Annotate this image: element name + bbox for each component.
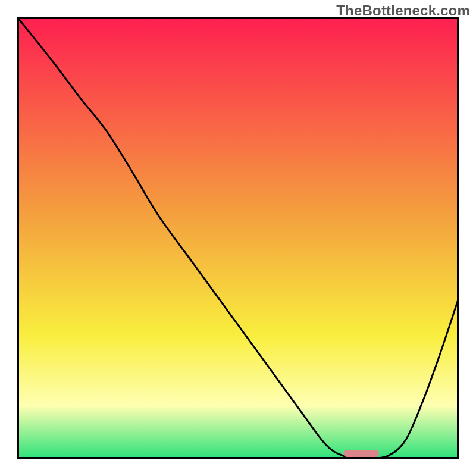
chart-root: { "watermark": "TheBottleneck.com", "col… — [0, 0, 476, 476]
bottleneck-chart — [0, 0, 476, 476]
optimum-marker — [344, 450, 379, 457]
gradient-background — [18, 18, 458, 458]
